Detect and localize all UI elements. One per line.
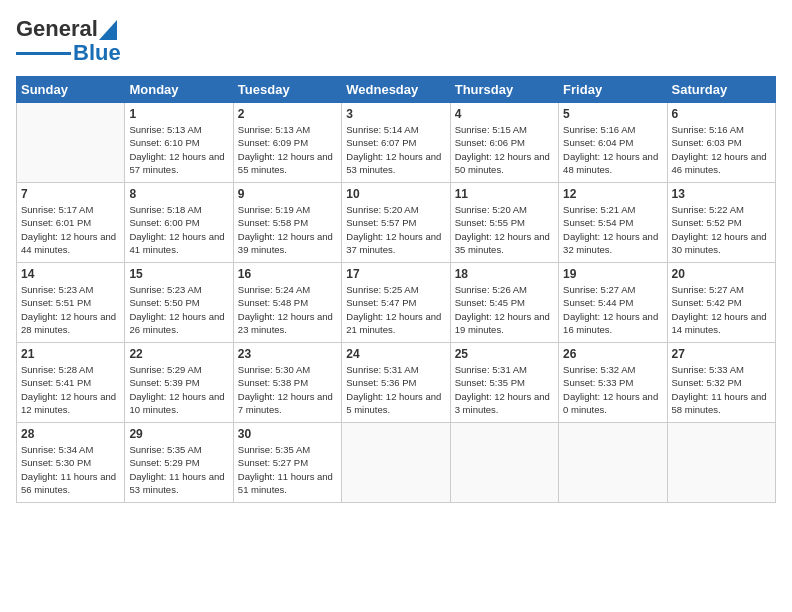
day-number: 10 — [346, 187, 445, 201]
logo-line — [16, 52, 71, 55]
day-cell: 30Sunrise: 5:35 AMSunset: 5:27 PMDayligh… — [233, 423, 341, 503]
day-cell: 5Sunrise: 5:16 AMSunset: 6:04 PMDaylight… — [559, 103, 667, 183]
day-cell: 12Sunrise: 5:21 AMSunset: 5:54 PMDayligh… — [559, 183, 667, 263]
day-number: 14 — [21, 267, 120, 281]
page: General Blue SundayMondayTuesdayWednesda… — [0, 0, 792, 612]
day-info: Sunrise: 5:18 AMSunset: 6:00 PMDaylight:… — [129, 203, 228, 256]
day-info: Sunrise: 5:16 AMSunset: 6:03 PMDaylight:… — [672, 123, 771, 176]
day-info: Sunrise: 5:31 AMSunset: 5:36 PMDaylight:… — [346, 363, 445, 416]
day-cell — [342, 423, 450, 503]
week-row-3: 14Sunrise: 5:23 AMSunset: 5:51 PMDayligh… — [17, 263, 776, 343]
weekday-monday: Monday — [125, 77, 233, 103]
day-number: 30 — [238, 427, 337, 441]
day-number: 19 — [563, 267, 662, 281]
day-number: 27 — [672, 347, 771, 361]
day-info: Sunrise: 5:16 AMSunset: 6:04 PMDaylight:… — [563, 123, 662, 176]
logo-blue: Blue — [73, 40, 121, 66]
day-cell: 2Sunrise: 5:13 AMSunset: 6:09 PMDaylight… — [233, 103, 341, 183]
day-number: 18 — [455, 267, 554, 281]
day-cell: 25Sunrise: 5:31 AMSunset: 5:35 PMDayligh… — [450, 343, 558, 423]
week-row-4: 21Sunrise: 5:28 AMSunset: 5:41 PMDayligh… — [17, 343, 776, 423]
day-number: 13 — [672, 187, 771, 201]
day-cell — [667, 423, 775, 503]
header: General Blue — [16, 16, 776, 66]
day-info: Sunrise: 5:14 AMSunset: 6:07 PMDaylight:… — [346, 123, 445, 176]
day-info: Sunrise: 5:21 AMSunset: 5:54 PMDaylight:… — [563, 203, 662, 256]
day-info: Sunrise: 5:20 AMSunset: 5:57 PMDaylight:… — [346, 203, 445, 256]
day-number: 11 — [455, 187, 554, 201]
day-info: Sunrise: 5:19 AMSunset: 5:58 PMDaylight:… — [238, 203, 337, 256]
day-info: Sunrise: 5:23 AMSunset: 5:50 PMDaylight:… — [129, 283, 228, 336]
day-number: 26 — [563, 347, 662, 361]
week-row-5: 28Sunrise: 5:34 AMSunset: 5:30 PMDayligh… — [17, 423, 776, 503]
day-number: 5 — [563, 107, 662, 121]
day-cell: 23Sunrise: 5:30 AMSunset: 5:38 PMDayligh… — [233, 343, 341, 423]
day-info: Sunrise: 5:30 AMSunset: 5:38 PMDaylight:… — [238, 363, 337, 416]
day-info: Sunrise: 5:13 AMSunset: 6:10 PMDaylight:… — [129, 123, 228, 176]
logo-general: General — [16, 16, 98, 42]
day-cell: 13Sunrise: 5:22 AMSunset: 5:52 PMDayligh… — [667, 183, 775, 263]
day-cell: 28Sunrise: 5:34 AMSunset: 5:30 PMDayligh… — [17, 423, 125, 503]
day-number: 7 — [21, 187, 120, 201]
day-info: Sunrise: 5:20 AMSunset: 5:55 PMDaylight:… — [455, 203, 554, 256]
day-cell: 7Sunrise: 5:17 AMSunset: 6:01 PMDaylight… — [17, 183, 125, 263]
day-number: 29 — [129, 427, 228, 441]
day-number: 23 — [238, 347, 337, 361]
day-number: 1 — [129, 107, 228, 121]
day-number: 12 — [563, 187, 662, 201]
day-cell: 26Sunrise: 5:32 AMSunset: 5:33 PMDayligh… — [559, 343, 667, 423]
day-number: 9 — [238, 187, 337, 201]
day-number: 2 — [238, 107, 337, 121]
day-cell: 6Sunrise: 5:16 AMSunset: 6:03 PMDaylight… — [667, 103, 775, 183]
day-number: 21 — [21, 347, 120, 361]
day-info: Sunrise: 5:17 AMSunset: 6:01 PMDaylight:… — [21, 203, 120, 256]
day-cell — [17, 103, 125, 183]
day-number: 17 — [346, 267, 445, 281]
day-cell: 8Sunrise: 5:18 AMSunset: 6:00 PMDaylight… — [125, 183, 233, 263]
day-number: 22 — [129, 347, 228, 361]
day-info: Sunrise: 5:35 AMSunset: 5:29 PMDaylight:… — [129, 443, 228, 496]
day-info: Sunrise: 5:24 AMSunset: 5:48 PMDaylight:… — [238, 283, 337, 336]
day-info: Sunrise: 5:28 AMSunset: 5:41 PMDaylight:… — [21, 363, 120, 416]
weekday-thursday: Thursday — [450, 77, 558, 103]
day-info: Sunrise: 5:23 AMSunset: 5:51 PMDaylight:… — [21, 283, 120, 336]
day-cell: 1Sunrise: 5:13 AMSunset: 6:10 PMDaylight… — [125, 103, 233, 183]
day-info: Sunrise: 5:33 AMSunset: 5:32 PMDaylight:… — [672, 363, 771, 416]
day-cell: 22Sunrise: 5:29 AMSunset: 5:39 PMDayligh… — [125, 343, 233, 423]
day-cell: 20Sunrise: 5:27 AMSunset: 5:42 PMDayligh… — [667, 263, 775, 343]
weekday-saturday: Saturday — [667, 77, 775, 103]
day-info: Sunrise: 5:15 AMSunset: 6:06 PMDaylight:… — [455, 123, 554, 176]
calendar: SundayMondayTuesdayWednesdayThursdayFrid… — [16, 76, 776, 503]
day-info: Sunrise: 5:34 AMSunset: 5:30 PMDaylight:… — [21, 443, 120, 496]
weekday-friday: Friday — [559, 77, 667, 103]
day-cell: 19Sunrise: 5:27 AMSunset: 5:44 PMDayligh… — [559, 263, 667, 343]
logo-icon — [99, 20, 117, 40]
day-info: Sunrise: 5:13 AMSunset: 6:09 PMDaylight:… — [238, 123, 337, 176]
day-number: 15 — [129, 267, 228, 281]
day-info: Sunrise: 5:27 AMSunset: 5:44 PMDaylight:… — [563, 283, 662, 336]
week-row-2: 7Sunrise: 5:17 AMSunset: 6:01 PMDaylight… — [17, 183, 776, 263]
day-number: 28 — [21, 427, 120, 441]
day-cell: 27Sunrise: 5:33 AMSunset: 5:32 PMDayligh… — [667, 343, 775, 423]
weekday-wednesday: Wednesday — [342, 77, 450, 103]
day-number: 3 — [346, 107, 445, 121]
day-cell: 29Sunrise: 5:35 AMSunset: 5:29 PMDayligh… — [125, 423, 233, 503]
day-cell: 24Sunrise: 5:31 AMSunset: 5:36 PMDayligh… — [342, 343, 450, 423]
day-info: Sunrise: 5:35 AMSunset: 5:27 PMDaylight:… — [238, 443, 337, 496]
day-info: Sunrise: 5:27 AMSunset: 5:42 PMDaylight:… — [672, 283, 771, 336]
day-number: 8 — [129, 187, 228, 201]
day-info: Sunrise: 5:29 AMSunset: 5:39 PMDaylight:… — [129, 363, 228, 416]
day-number: 25 — [455, 347, 554, 361]
day-number: 4 — [455, 107, 554, 121]
day-info: Sunrise: 5:32 AMSunset: 5:33 PMDaylight:… — [563, 363, 662, 416]
day-cell: 21Sunrise: 5:28 AMSunset: 5:41 PMDayligh… — [17, 343, 125, 423]
day-cell: 17Sunrise: 5:25 AMSunset: 5:47 PMDayligh… — [342, 263, 450, 343]
weekday-header-row: SundayMondayTuesdayWednesdayThursdayFrid… — [17, 77, 776, 103]
day-cell: 14Sunrise: 5:23 AMSunset: 5:51 PMDayligh… — [17, 263, 125, 343]
logo: General Blue — [16, 16, 121, 66]
day-number: 20 — [672, 267, 771, 281]
day-info: Sunrise: 5:26 AMSunset: 5:45 PMDaylight:… — [455, 283, 554, 336]
day-cell: 16Sunrise: 5:24 AMSunset: 5:48 PMDayligh… — [233, 263, 341, 343]
day-number: 6 — [672, 107, 771, 121]
day-cell: 10Sunrise: 5:20 AMSunset: 5:57 PMDayligh… — [342, 183, 450, 263]
